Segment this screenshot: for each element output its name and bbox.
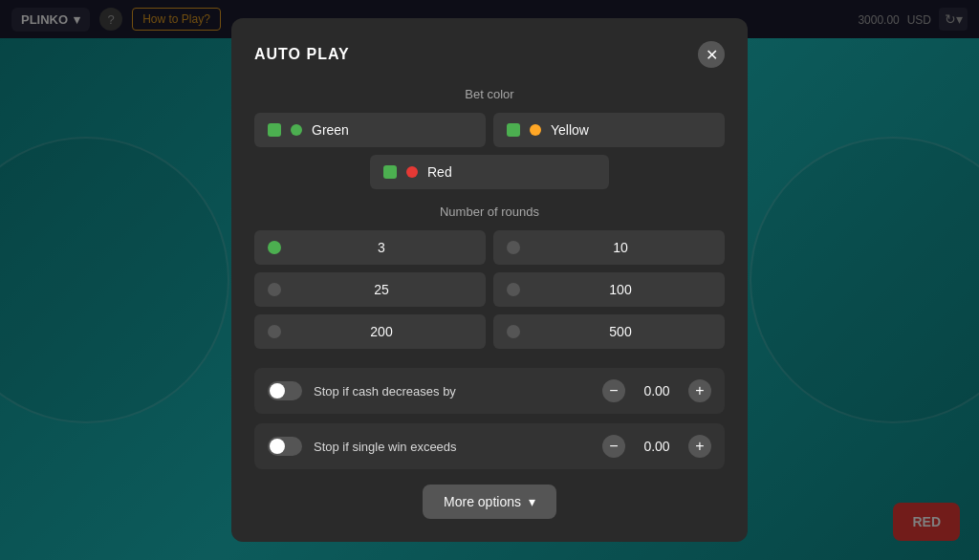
round-3-value: 3 [291, 240, 472, 255]
round-3-radio [268, 241, 281, 254]
red-label: Red [427, 164, 452, 180]
stop-cash-decrease-button[interactable]: − [602, 379, 625, 402]
yellow-dot [530, 124, 541, 136]
round-500-radio [507, 325, 520, 338]
rounds-label: Number of rounds [254, 205, 725, 219]
bet-color-red-row: Red [254, 155, 725, 189]
round-200-radio [268, 325, 281, 338]
round-10-radio [507, 241, 520, 254]
bet-color-green-button[interactable]: Green [254, 113, 486, 147]
round-10-value: 10 [530, 240, 711, 255]
modal-overlay: AUTO PLAY ✕ Bet color Green Yellow [0, 0, 979, 560]
round-500-button[interactable]: 500 [493, 314, 725, 349]
modal-close-button[interactable]: ✕ [698, 41, 725, 68]
stop-cash-value: 0.00 [633, 383, 681, 398]
round-500-value: 500 [530, 324, 711, 339]
stop-cash-control: − 0.00 + [602, 379, 711, 402]
rounds-grid: 3 10 25 100 200 500 [254, 230, 725, 349]
stop-win-label: Stop if single win exceeds [314, 440, 591, 454]
bet-color-label: Bet color [254, 87, 725, 101]
round-200-value: 200 [291, 324, 472, 339]
round-25-value: 25 [291, 282, 472, 297]
stop-cash-label: Stop if cash decreases by [314, 384, 591, 398]
round-25-button[interactable]: 25 [254, 272, 486, 307]
round-100-value: 100 [530, 282, 711, 297]
stop-win-toggle[interactable] [268, 437, 302, 456]
close-icon: ✕ [706, 46, 718, 64]
green-label: Green [312, 122, 349, 138]
green-dot [291, 124, 302, 136]
stop-win-increase-button[interactable]: + [688, 435, 711, 458]
round-100-button[interactable]: 100 [493, 272, 725, 307]
stop-cash-toggle[interactable] [268, 381, 302, 400]
autoplay-modal: AUTO PLAY ✕ Bet color Green Yellow [231, 18, 748, 542]
round-100-radio [507, 283, 520, 296]
round-25-radio [268, 283, 281, 296]
stop-cash-row: Stop if cash decreases by − 0.00 + [254, 368, 725, 414]
modal-header: AUTO PLAY ✕ [254, 41, 725, 68]
stop-cash-increase-button[interactable]: + [688, 379, 711, 402]
red-dot [406, 166, 418, 178]
round-3-button[interactable]: 3 [254, 230, 486, 265]
more-options-chevron-icon: ▾ [529, 494, 535, 509]
green-checkbox [268, 123, 281, 137]
more-options-button[interactable]: More options ▾ [423, 485, 556, 519]
yellow-checkbox [507, 123, 520, 137]
stop-win-value: 0.00 [633, 439, 681, 454]
round-10-button[interactable]: 10 [493, 230, 725, 265]
bet-color-yellow-button[interactable]: Yellow [493, 113, 725, 147]
stop-win-decrease-button[interactable]: − [602, 435, 625, 458]
more-options-label: More options [444, 494, 521, 509]
stop-win-row: Stop if single win exceeds − 0.00 + [254, 423, 725, 469]
bet-color-grid: Green Yellow [254, 113, 725, 147]
red-checkbox [383, 165, 397, 179]
modal-title: AUTO PLAY [254, 46, 350, 63]
yellow-label: Yellow [551, 122, 589, 138]
stop-win-control: − 0.00 + [602, 435, 711, 458]
bet-color-red-button[interactable]: Red [370, 155, 609, 189]
more-options-row: More options ▾ [254, 485, 725, 519]
round-200-button[interactable]: 200 [254, 314, 486, 349]
